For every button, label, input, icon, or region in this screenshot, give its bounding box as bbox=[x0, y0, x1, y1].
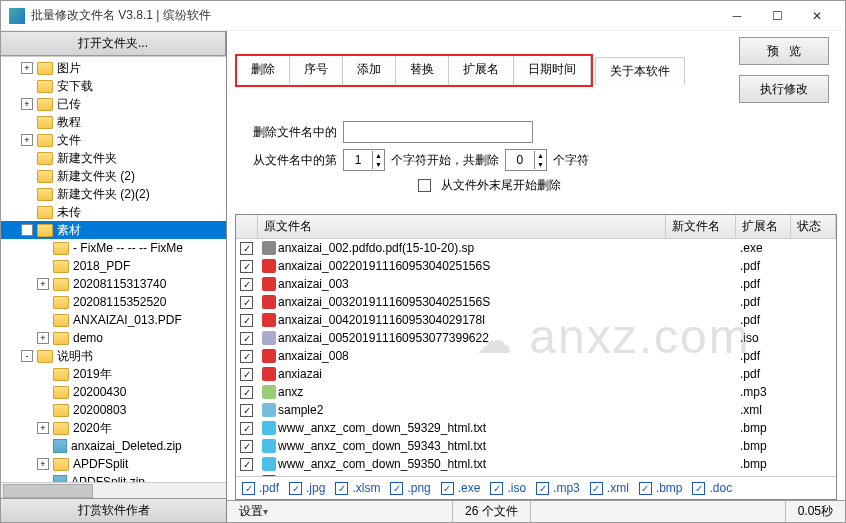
filter-checkbox[interactable] bbox=[490, 482, 503, 495]
tree-item[interactable]: 教程 bbox=[1, 113, 226, 131]
tree-item[interactable]: +demo bbox=[1, 329, 226, 347]
filter-checkbox[interactable] bbox=[242, 482, 255, 495]
col-status[interactable]: 状态 bbox=[791, 215, 836, 238]
file-row[interactable]: anxaizai_00420191116095304029178l.pdf bbox=[236, 311, 836, 329]
file-row[interactable]: www_anxz_com_down_59329_html.txt.bmp bbox=[236, 419, 836, 437]
tab-5[interactable]: 日期时间 bbox=[514, 56, 591, 85]
filter-checkbox[interactable] bbox=[639, 482, 652, 495]
row-checkbox[interactable] bbox=[240, 278, 253, 291]
file-row[interactable]: anxaizai_00220191116095304025156S.pdf bbox=[236, 257, 836, 275]
filter-mp3[interactable]: .mp3 bbox=[536, 481, 580, 495]
row-checkbox[interactable] bbox=[240, 350, 253, 363]
tree-item[interactable]: -素材 bbox=[1, 221, 226, 239]
row-checkbox[interactable] bbox=[240, 314, 253, 327]
row-checkbox[interactable] bbox=[240, 332, 253, 345]
expand-icon[interactable]: + bbox=[21, 134, 33, 146]
file-row[interactable]: anxz.mp3 bbox=[236, 383, 836, 401]
file-row[interactable]: anxiazai.pdf bbox=[236, 365, 836, 383]
col-checkbox[interactable] bbox=[236, 215, 258, 238]
tree-item[interactable]: +APDFSplit bbox=[1, 455, 226, 473]
row-checkbox[interactable] bbox=[240, 386, 253, 399]
col-new-name[interactable]: 新文件名 bbox=[666, 215, 736, 238]
tab-about[interactable]: 关于本软件 bbox=[595, 57, 685, 85]
collapse-icon[interactable]: - bbox=[21, 224, 33, 236]
tab-3[interactable]: 替换 bbox=[396, 56, 449, 85]
tree-item[interactable]: ANXAIZAI_013.PDF bbox=[1, 311, 226, 329]
tree-item[interactable]: - FixMe -- -- -- FixMe bbox=[1, 239, 226, 257]
filter-pdf[interactable]: .pdf bbox=[242, 481, 279, 495]
filter-xml[interactable]: .xml bbox=[590, 481, 629, 495]
filter-xlsm[interactable]: .xlsm bbox=[335, 481, 380, 495]
filter-png[interactable]: .png bbox=[390, 481, 430, 495]
filter-checkbox[interactable] bbox=[692, 482, 705, 495]
row-checkbox[interactable] bbox=[240, 242, 253, 255]
tree-item[interactable]: 20208115352520 bbox=[1, 293, 226, 311]
row-checkbox[interactable] bbox=[240, 404, 253, 417]
col-original-name[interactable]: 原文件名 bbox=[258, 215, 666, 238]
file-row[interactable]: anxaizai_002.pdfdo.pdf(15-10-20).sp.exe bbox=[236, 239, 836, 257]
row-checkbox[interactable] bbox=[240, 368, 253, 381]
tree-item[interactable]: 新建文件夹 (2)(2) bbox=[1, 185, 226, 203]
file-row[interactable]: www_anxz_com_down_59350_html.txt.bmp bbox=[236, 455, 836, 473]
filter-checkbox[interactable] bbox=[335, 482, 348, 495]
tree-item[interactable]: 新建文件夹 (2) bbox=[1, 167, 226, 185]
filter-iso[interactable]: .iso bbox=[490, 481, 526, 495]
tab-1[interactable]: 序号 bbox=[290, 56, 343, 85]
donate-button[interactable]: 打赏软件作者 bbox=[1, 498, 226, 522]
row-checkbox[interactable] bbox=[240, 458, 253, 471]
row-checkbox[interactable] bbox=[240, 260, 253, 273]
file-row[interactable]: anxaizai_003.pdf bbox=[236, 275, 836, 293]
tree-item[interactable]: 20200430 bbox=[1, 383, 226, 401]
tree-item[interactable]: -说明书 bbox=[1, 347, 226, 365]
tree-h-scrollbar[interactable] bbox=[1, 482, 226, 498]
file-row[interactable]: sample2.xml bbox=[236, 401, 836, 419]
tree-item[interactable]: anxaizai_Deleted.zip bbox=[1, 437, 226, 455]
tree-item[interactable]: +文件 bbox=[1, 131, 226, 149]
filter-checkbox[interactable] bbox=[289, 482, 302, 495]
tree-item[interactable]: 2018_PDF bbox=[1, 257, 226, 275]
maximize-button[interactable]: ☐ bbox=[757, 2, 797, 30]
minimize-button[interactable]: ─ bbox=[717, 2, 757, 30]
file-row[interactable]: anxaizai_008.pdf bbox=[236, 347, 836, 365]
delete-substr-input[interactable] bbox=[343, 121, 533, 143]
tree-item[interactable]: 新建文件夹 bbox=[1, 149, 226, 167]
tree-item[interactable]: +图片 bbox=[1, 59, 226, 77]
apply-button[interactable]: 执行修改 bbox=[739, 75, 829, 103]
file-row[interactable]: www_anxz_com_down_59343_html.txt.bmp bbox=[236, 437, 836, 455]
col-extension[interactable]: 扩展名 bbox=[736, 215, 791, 238]
file-row[interactable]: 安下载帮助.doc bbox=[236, 473, 836, 476]
settings-menu[interactable]: 设置 bbox=[227, 501, 453, 522]
filter-checkbox[interactable] bbox=[590, 482, 603, 495]
expand-icon[interactable]: + bbox=[37, 278, 49, 290]
preview-button[interactable]: 预览 bbox=[739, 37, 829, 65]
row-checkbox[interactable] bbox=[240, 296, 253, 309]
tree-item[interactable]: 2019年 bbox=[1, 365, 226, 383]
tree-item[interactable]: 20200803 bbox=[1, 401, 226, 419]
open-folder-button[interactable]: 打开文件夹... bbox=[1, 31, 226, 56]
row-checkbox[interactable] bbox=[240, 422, 253, 435]
expand-icon[interactable]: + bbox=[21, 62, 33, 74]
expand-icon[interactable]: + bbox=[37, 332, 49, 344]
filter-bmp[interactable]: .bmp bbox=[639, 481, 683, 495]
collapse-icon[interactable]: - bbox=[21, 350, 33, 362]
filter-doc[interactable]: .doc bbox=[692, 481, 732, 495]
file-row[interactable]: anxaizai_005201911160953077399622.iso bbox=[236, 329, 836, 347]
close-button[interactable]: ✕ bbox=[797, 2, 837, 30]
filter-checkbox[interactable] bbox=[441, 482, 454, 495]
tree-item[interactable]: +已传 bbox=[1, 95, 226, 113]
tab-4[interactable]: 扩展名 bbox=[449, 56, 514, 85]
expand-icon[interactable]: + bbox=[37, 422, 49, 434]
tree-item[interactable]: +2020年 bbox=[1, 419, 226, 437]
filter-checkbox[interactable] bbox=[390, 482, 403, 495]
filter-checkbox[interactable] bbox=[536, 482, 549, 495]
filter-jpg[interactable]: .jpg bbox=[289, 481, 325, 495]
tree-item[interactable]: 未传 bbox=[1, 203, 226, 221]
tree-item[interactable]: +20208115313740 bbox=[1, 275, 226, 293]
file-row[interactable]: anxaizai_00320191116095304025156S.pdf bbox=[236, 293, 836, 311]
folder-tree[interactable]: +图片安下载+已传教程+文件新建文件夹新建文件夹 (2)新建文件夹 (2)(2)… bbox=[1, 56, 226, 482]
tab-0[interactable]: 删除 bbox=[237, 56, 290, 85]
filter-exe[interactable]: .exe bbox=[441, 481, 481, 495]
from-end-checkbox[interactable] bbox=[418, 179, 431, 192]
tree-item[interactable]: APDFSplit.zip bbox=[1, 473, 226, 482]
start-char-spinner[interactable]: 1▲▼ bbox=[343, 149, 385, 171]
